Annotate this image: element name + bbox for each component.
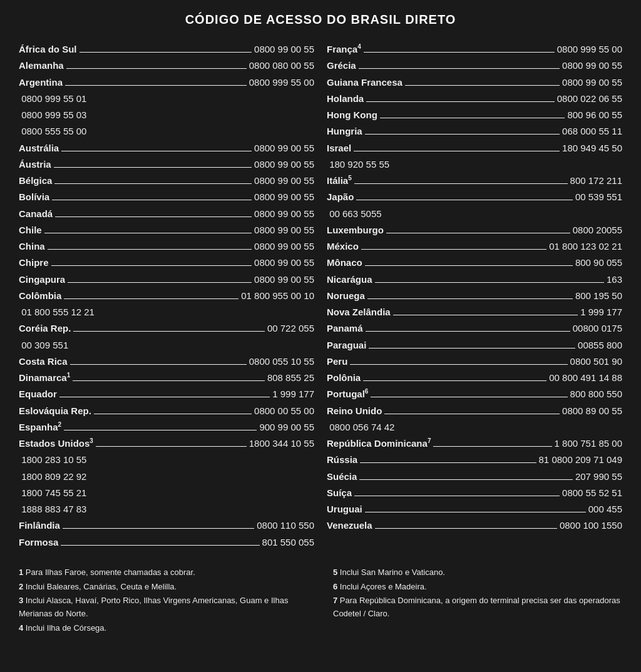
phone-number: 180 920 55 55 (329, 157, 389, 171)
table-row: França40800 999 55 00 (327, 42, 622, 56)
table-row: Bélgica0800 99 00 55 (19, 173, 314, 188)
table-row: Peru0800 501 90 (327, 354, 622, 369)
table-row: República Dominicana71 800 751 85 00 (327, 436, 622, 451)
table-row: Nicarágua163 (327, 272, 622, 287)
table-row: Espanha2900 99 00 55 (19, 420, 314, 434)
phone-number: 0800 99 00 55 (254, 272, 314, 287)
phone-number: 0800 99 00 55 (254, 255, 314, 270)
footnote-item: 3 Inclui Alasca, Havaí, Porto Rico, Ilha… (19, 594, 308, 621)
table-row: China0800 99 00 55 (19, 239, 314, 253)
table-row: 0800 999 55 03 (19, 108, 314, 122)
page-title: CÓDIGO DE ACESSO DO BRASIL DIRETO (19, 13, 622, 27)
country-name: França4 (327, 42, 361, 56)
country-name: Colômbia (19, 288, 61, 303)
table-row: Costa Rica0800 055 10 55 (19, 354, 314, 369)
table-row: 0800 056 74 42 (327, 420, 622, 434)
phone-number: 801 550 055 (262, 535, 314, 549)
phone-number: 0800 110 550 (257, 518, 314, 532)
table-row: 180 920 55 55 (327, 157, 622, 171)
phone-number: 0800 100 1550 (560, 518, 622, 532)
country-name: Guiana Francesa (327, 75, 403, 89)
country-name: República Dominicana7 (327, 436, 431, 451)
country-name: Israel (327, 141, 351, 155)
country-name: Suécia (327, 469, 357, 484)
phone-number: 180 949 45 50 (562, 141, 622, 155)
footnote-item: 1 Para Ilhas Faroe, somente chamadas a c… (19, 566, 308, 579)
country-name: Equador (19, 387, 57, 401)
table-row: Chile0800 99 00 55 (19, 223, 314, 237)
phone-number: 00 800 491 14 88 (549, 370, 622, 385)
phone-number: 00855 800 (578, 338, 622, 352)
table-row: Venezuela0800 100 1550 (327, 518, 622, 532)
table-row: México01 800 123 02 21 (327, 239, 622, 253)
country-name: Canadá (19, 206, 53, 221)
phone-number: 01 800 555 12 21 (21, 305, 95, 319)
phone-number: 163 (607, 272, 622, 287)
phone-number: 00 663 5055 (329, 206, 381, 221)
country-name: Mônaco (327, 255, 362, 270)
table-row: Eslováquia Rep.0800 00 55 00 (19, 404, 314, 418)
phone-number: 0800 99 00 55 (254, 173, 314, 188)
country-name: Argentina (19, 75, 63, 89)
phone-number: 000 455 (588, 502, 622, 516)
phone-number: 0800 555 55 00 (21, 124, 86, 138)
footnotes-left: 1 Para Ilhas Faroe, somente chamadas a c… (19, 566, 308, 636)
country-name: Chile (19, 223, 42, 237)
table-row: Mônaco800 90 055 (327, 255, 622, 270)
phone-number: 0800 99 00 55 (254, 141, 314, 155)
phone-number: 0800 99 00 55 (254, 190, 314, 204)
country-name: Nova Zelândia (327, 305, 391, 319)
phone-number: 0800 55 52 51 (562, 486, 622, 500)
table-row: Finlândia0800 110 550 (19, 518, 314, 532)
phone-number: 81 0800 209 71 049 (539, 452, 622, 467)
table-row: Colômbia01 800 955 00 10 (19, 288, 314, 303)
table-row: Dinamarca1808 855 25 (19, 370, 314, 385)
table-row: Japão00 539 551 (327, 190, 622, 204)
phone-number: 0800 00 55 00 (254, 404, 314, 418)
phone-number: 1 800 751 85 00 (555, 436, 622, 451)
country-name: Áustria (19, 157, 51, 171)
country-name: Alemanha (19, 58, 64, 73)
table-row: Estados Unidos31800 344 10 55 (19, 436, 314, 451)
country-name: Eslováquia Rep. (19, 404, 91, 418)
country-name: Formosa (19, 535, 58, 549)
country-name: Uruguai (327, 502, 362, 516)
phone-number: 1800 745 55 21 (21, 486, 86, 500)
table-row: Cingapura0800 99 00 55 (19, 272, 314, 287)
country-name: África do Sul (19, 42, 77, 56)
table-row: Itália5800 172 211 (327, 173, 622, 188)
country-name: Austrália (19, 141, 59, 155)
country-name: Hong Kong (327, 108, 377, 122)
country-name: Suíça (327, 486, 352, 500)
phone-number: 1800 809 22 92 (21, 469, 86, 484)
table-row: Formosa801 550 055 (19, 535, 314, 549)
country-name: Venezuela (327, 518, 372, 532)
table-row: Reino Unido0800 89 00 55 (327, 404, 622, 418)
footnotes-right: 5 Inclui San Marino e Vaticano.6 Inclui … (333, 566, 622, 636)
right-column: França40800 999 55 00Grécia0800 99 00 55… (327, 42, 622, 551)
phone-number: 0800 99 00 55 (254, 223, 314, 237)
phone-number: 900 99 00 55 (259, 420, 314, 434)
left-column: África do Sul0800 99 00 55Alemanha0800 0… (19, 42, 327, 551)
phone-number: 0800 20055 (573, 223, 622, 237)
table-row: Chipre0800 99 00 55 (19, 255, 314, 270)
table-row: Argentina0800 999 55 00 (19, 75, 314, 89)
country-name: Estados Unidos3 (19, 436, 93, 451)
table-row: Canadá0800 99 00 55 (19, 206, 314, 221)
country-name: Finlândia (19, 518, 60, 532)
table-row: Equador1 999 177 (19, 387, 314, 401)
country-name: Japão (327, 190, 354, 204)
country-name: Paraguai (327, 338, 366, 352)
footnote-item: 7 Para República Dominicana, a origem do… (333, 594, 622, 621)
country-name: Panamá (327, 321, 363, 335)
phone-number: 0800 999 55 00 (557, 42, 622, 56)
table-row: Holanda0800 022 06 55 (327, 91, 622, 106)
footnotes: 1 Para Ilhas Faroe, somente chamadas a c… (19, 566, 622, 636)
phone-number: 068 000 55 11 (562, 124, 622, 138)
phone-number: 0800 99 00 55 (562, 58, 622, 73)
phone-number: 800 800 550 (570, 387, 622, 401)
table-row: 00 663 5055 (327, 206, 622, 221)
phone-number: 1800 283 10 55 (21, 452, 86, 467)
table-row: Rússia81 0800 209 71 049 (327, 452, 622, 467)
table-row: Hong Kong800 96 00 55 (327, 108, 622, 122)
